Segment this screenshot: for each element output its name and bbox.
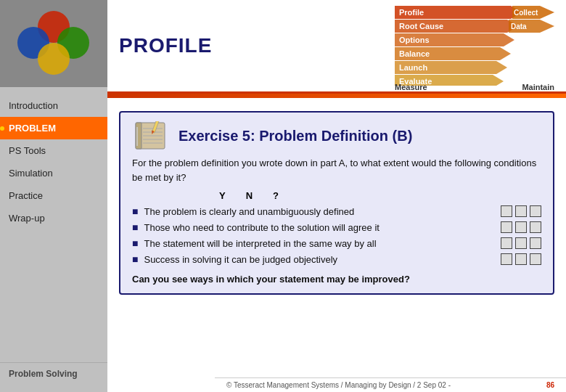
- svg-rect-17: [136, 123, 142, 149]
- exercise-box: Exercise 5: Problem Definition (B) For t…: [119, 111, 554, 295]
- checkbox-3-1[interactable]: [515, 253, 527, 265]
- content-area: Exercise 5: Problem Definition (B) For t…: [107, 98, 566, 302]
- exercise-title: Exercise 5: Problem Definition (B): [179, 128, 412, 144]
- sidebar: IntroductionPROBLEMPS ToolsSimulationPra…: [0, 0, 107, 392]
- copyright-text: © Tesseract Management Systems / Managin…: [226, 381, 451, 389]
- page-footer: © Tesseract Management Systems / Managin…: [215, 377, 566, 392]
- checkbox-2-0[interactable]: [501, 237, 512, 249]
- maintain-label: Maintain: [522, 83, 554, 91]
- checkbox-0-2[interactable]: [530, 205, 541, 217]
- check-text-2: The statement will be interpreted in the…: [144, 238, 495, 249]
- circles-logo: [17, 11, 90, 76]
- checkbox-2-2[interactable]: [530, 237, 541, 249]
- bullet-icon: ■: [132, 237, 138, 249]
- ynq-row: Y N ?: [219, 190, 541, 201]
- n-label: N: [246, 190, 253, 201]
- bullet-icon: ■: [132, 205, 138, 217]
- svg-text:Balance: Balance: [399, 49, 430, 58]
- checkbox-3-0[interactable]: [501, 253, 512, 265]
- check-text-0: The problem is clearly and unambiguously…: [144, 206, 495, 217]
- sidebar-item-problem[interactable]: PROBLEM: [0, 117, 107, 139]
- sidebar-item-practice[interactable]: Practice: [0, 184, 107, 207]
- check-item-2: ■The statement will be interpreted in th…: [132, 237, 541, 249]
- svg-text:Options: Options: [399, 36, 430, 44]
- check-boxes-3: [501, 253, 541, 265]
- page-number: 86: [546, 381, 554, 389]
- checklist: ■The problem is clearly and unambiguousl…: [132, 205, 541, 265]
- check-boxes-2: [501, 237, 541, 249]
- exercise-header: Exercise 5: Problem Definition (B): [132, 121, 541, 150]
- checkbox-3-2[interactable]: [530, 253, 541, 265]
- checkbox-2-1[interactable]: [515, 237, 527, 249]
- check-text-3: Success in solving it can be judged obje…: [144, 254, 495, 265]
- notebook-icon: [132, 121, 168, 150]
- check-item-0: ■The problem is clearly and unambiguousl…: [132, 205, 541, 217]
- logo: [0, 0, 107, 87]
- main-content: PROFILE Profile Collect Root Cause Data …: [107, 0, 566, 392]
- check-item-3: ■Success in solving it can be judged obj…: [132, 253, 541, 265]
- svg-text:Launch: Launch: [399, 63, 427, 72]
- profile-diagram: Profile Collect Root Cause Data Options …: [395, 6, 554, 86]
- q-label: ?: [273, 190, 279, 201]
- sidebar-item-introduction[interactable]: Introduction: [0, 94, 107, 117]
- check-boxes-1: [501, 221, 541, 233]
- bullet-icon: ■: [132, 253, 138, 265]
- header-title: PROFILE: [119, 34, 212, 57]
- measure-label: Measure: [395, 83, 427, 91]
- sidebar-nav: IntroductionPROBLEMPS ToolsSimulationPra…: [0, 94, 107, 362]
- checkbox-0-0[interactable]: [501, 205, 512, 217]
- circle-yellow: [38, 43, 70, 75]
- sidebar-item-simulation[interactable]: Simulation: [0, 162, 107, 184]
- checkbox-1-0[interactable]: [501, 221, 512, 233]
- svg-text:Data: Data: [511, 23, 527, 30]
- checkbox-1-2[interactable]: [530, 221, 541, 233]
- check-boxes-0: [501, 205, 541, 217]
- svg-text:Root Cause: Root Cause: [399, 22, 443, 30]
- exercise-description: For the problem definition you wrote dow…: [132, 156, 541, 184]
- svg-text:Collect: Collect: [514, 9, 538, 17]
- header: PROFILE Profile Collect Root Cause Data …: [107, 0, 566, 94]
- check-text-1: Those who need to contribute to the solu…: [144, 222, 495, 233]
- sidebar-bottom-label: Problem Solving: [0, 362, 107, 385]
- checkbox-1-1[interactable]: [515, 221, 527, 233]
- sidebar-item-ps-tools[interactable]: PS Tools: [0, 139, 107, 162]
- checkbox-0-1[interactable]: [515, 205, 527, 217]
- chevron-svg: Profile Collect Root Cause Data Options …: [395, 6, 554, 86]
- exercise-footer: Can you see ways in which your statement…: [132, 274, 541, 285]
- y-label: Y: [219, 190, 226, 201]
- sidebar-item-wrap-up[interactable]: Wrap-up: [0, 207, 107, 229]
- svg-text:Profile: Profile: [399, 8, 424, 17]
- check-item-1: ■Those who need to contribute to the sol…: [132, 221, 541, 233]
- bullet-icon: ■: [132, 221, 138, 233]
